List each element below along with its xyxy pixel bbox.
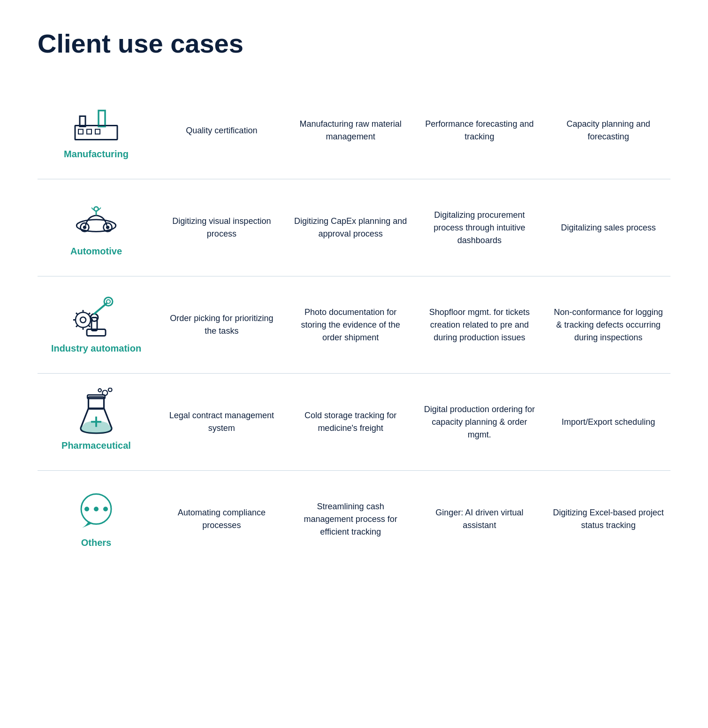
automotive-icon: [73, 198, 120, 240]
others-icon: [73, 490, 120, 532]
use-case-4-2: Ginger: AI driven virtual assistant: [418, 506, 542, 532]
use-case-0-2: Performance forecasting and tracking: [418, 118, 542, 143]
category-manufacturing: Manufacturing: [38, 101, 155, 160]
use-case-3-0: Legal contract management system: [160, 409, 284, 435]
others-label: Others: [81, 536, 111, 549]
pharma-label: Pharmaceutical: [61, 439, 131, 452]
use-case-4-0: Automating compliance processes: [160, 506, 284, 532]
category-pharma: Pharmaceutical: [38, 392, 155, 452]
category-others: Others: [38, 490, 155, 549]
use-case-3-3: Import/Export scheduling: [546, 416, 670, 429]
use-case-1-2: Digitalizing procurement process through…: [418, 209, 542, 247]
use-case-3-1: Cold storage tracking for medicine's fre…: [289, 409, 413, 435]
industry-icon: [73, 295, 120, 337]
use-case-0-0: Quality certification: [160, 124, 284, 137]
manufacturing-label: Manufacturing: [64, 148, 129, 160]
use-case-2-2: Shopfloor mgmt. for tickets creation rel…: [418, 306, 542, 344]
page-title: Client use cases: [38, 28, 670, 59]
category-industry: Industry automation: [38, 295, 155, 354]
row-automotive: Automotive Digitizing visual inspection …: [38, 179, 670, 276]
use-case-2-0: Order picking for prioritizing the tasks: [160, 312, 284, 337]
row-others: Others Automating compliance processes S…: [38, 471, 670, 567]
use-cases-grid: Manufacturing Quality certification Manu…: [38, 82, 670, 567]
manufacturing-icon: [73, 101, 120, 143]
use-case-1-3: Digitalizing sales process: [546, 222, 670, 234]
use-case-4-3: Digitizing Excel-based project status tr…: [546, 506, 670, 532]
use-case-1-0: Digitizing visual inspection process: [160, 215, 284, 240]
use-case-3-2: Digital production ordering for capacity…: [418, 403, 542, 441]
use-case-0-3: Capacity planning and forecasting: [546, 118, 670, 143]
industry-label: Industry automation: [51, 342, 141, 354]
pharma-icon: [73, 392, 120, 435]
category-automotive: Automotive: [38, 198, 155, 257]
automotive-label: Automotive: [70, 245, 122, 257]
row-pharma: Pharmaceutical Legal contract management…: [38, 374, 670, 471]
row-industry: Industry automation Order picking for pr…: [38, 276, 670, 374]
use-case-1-1: Digitizing CapEx planning and approval p…: [289, 215, 413, 240]
use-case-2-1: Photo documentation for storing the evid…: [289, 306, 413, 344]
use-case-2-3: Non-conformance for logging & tracking d…: [546, 306, 670, 344]
use-case-0-1: Manufacturing raw material management: [289, 118, 413, 143]
row-manufacturing: Manufacturing Quality certification Manu…: [38, 82, 670, 179]
use-case-4-1: Streamlining cash management process for…: [289, 500, 413, 538]
